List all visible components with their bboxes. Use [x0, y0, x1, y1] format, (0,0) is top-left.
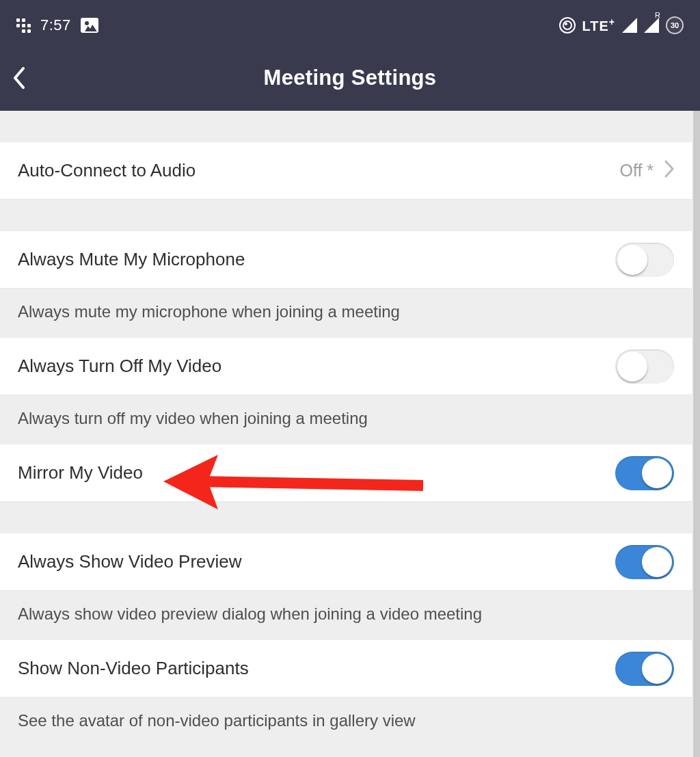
network-plus: + — [609, 16, 615, 27]
auto-connect-value: Off * — [619, 161, 654, 181]
toggle-always-turn-off-video[interactable] — [615, 349, 674, 384]
status-bar-left: 7:57 — [16, 16, 98, 34]
status-bar-right: LTE+ R 30 — [559, 16, 684, 34]
toggle-always-mute-mic[interactable] — [615, 243, 674, 277]
page-title: Meeting Settings — [0, 66, 700, 90]
row-value: Off * — [619, 160, 674, 182]
row-show-non-video-participants[interactable]: Show Non-Video Participants — [0, 640, 692, 698]
hotspot-icon — [559, 17, 576, 34]
row-label: Show Non-Video Participants — [18, 658, 249, 679]
chevron-left-icon — [12, 67, 26, 89]
toggle-show-non-video-participants[interactable] — [615, 652, 674, 686]
row-label: Auto-Connect to Audio — [18, 160, 196, 181]
battery-icon: 30 — [666, 16, 684, 34]
roaming-signal-icon: R — [644, 18, 659, 33]
settings-content: Auto-Connect to Audio Off * Always Mute … — [0, 111, 700, 757]
row-always-mute-mic[interactable]: Always Mute My Microphone — [0, 231, 692, 289]
row-description: See the avatar of non-video participants… — [0, 698, 692, 737]
row-label: Always Show Video Preview — [18, 551, 242, 572]
row-label: Always Turn Off My Video — [18, 356, 221, 377]
row-description: Always turn off my video when joining a … — [0, 395, 692, 444]
section-gap — [0, 502, 692, 533]
toggle-always-show-video-preview[interactable] — [615, 545, 674, 579]
row-always-show-video-preview[interactable]: Always Show Video Preview — [0, 533, 692, 591]
blackberry-icon — [16, 18, 31, 33]
row-description: Always mute my microphone when joining a… — [0, 289, 692, 338]
row-description: Always show video preview dialog when jo… — [0, 591, 692, 640]
section-gap — [0, 200, 692, 231]
back-button[interactable] — [12, 67, 40, 89]
row-mirror-my-video[interactable]: Mirror My Video — [0, 444, 692, 502]
row-always-turn-off-video[interactable]: Always Turn Off My Video — [0, 338, 692, 395]
row-label: Always Mute My Microphone — [18, 249, 245, 270]
status-bar: 7:57 LTE+ R 30 — [0, 0, 700, 51]
network-label: LTE+ — [582, 16, 615, 34]
section-gap — [0, 111, 692, 142]
toggle-mirror-my-video[interactable] — [615, 456, 674, 490]
status-time: 7:57 — [40, 16, 71, 34]
picture-notification-icon — [81, 18, 98, 33]
row-label: Mirror My Video — [18, 462, 143, 483]
row-auto-connect-audio[interactable]: Auto-Connect to Audio Off * — [0, 142, 692, 200]
signal-strength-icon — [622, 18, 637, 33]
network-type: LTE — [582, 18, 609, 34]
app-header: Meeting Settings — [0, 51, 700, 111]
chevron-right-icon — [664, 160, 674, 182]
